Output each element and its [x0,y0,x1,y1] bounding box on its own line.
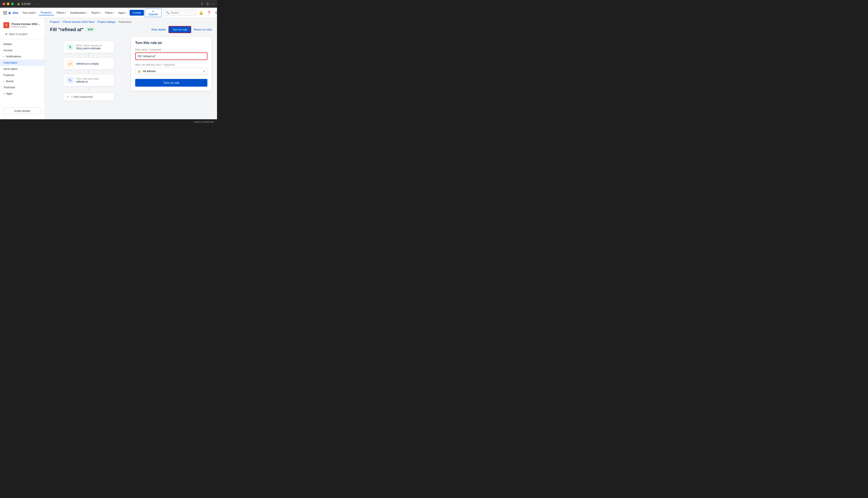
main-layout: iT iThome Ironman 2024 ... Software proj… [0,18,217,119]
lock-icon: 🔒 [138,70,141,73]
fullscreen-button[interactable] [11,2,14,5]
footer-text: Yuehu Lin (fntsr.tw) [193,120,214,123]
node1-value: Story point estimate [76,47,111,50]
content-area: Projects / iThome Ironman 2024 Team / Pr… [45,18,217,119]
notifications-icon[interactable]: 🔔 [198,10,204,16]
jira-brand-name: Jira [12,11,18,14]
node3-label: Then: Edit issue fields [76,77,111,80]
sidebar-item-issue-types[interactable]: Issue types [0,66,44,72]
filters-chevron: ▾ [65,12,66,14]
plans-menu[interactable]: Plans ▾ [104,10,116,15]
add-tab-icon[interactable]: ➕ [206,2,209,5]
who-edit-field-group: Who can edit this rule? * (required) 🔒 A… [135,63,207,75]
sidebar-item-automation[interactable]: Automation [0,60,44,66]
apps-menu[interactable]: Apps ▾ [116,10,128,15]
filters-menu[interactable]: Filters ▾ [55,10,67,15]
turn-on-rule-panel: Turn this rule on Rule name * (required)… [131,37,212,91]
grid-icon[interactable] [3,11,7,14]
who-edit-label: Who can edit this rule? * (required) [135,63,207,66]
top-navigation: ◈ Jira Your work ▾ Projects ▾ Filters ▾ … [0,8,217,18]
return-to-rules-link[interactable]: Return to rules [194,28,212,31]
add-component-icon: ＋ [67,95,69,99]
projects-menu[interactable]: Projects ▾ [39,10,54,15]
project-name: iThome Ironman 2024 ... [11,23,40,26]
condition-icon: ⇄ [67,60,74,67]
project-icon: iT [3,22,9,28]
breadcrumb: Projects / iThome Ironman 2024 Team / Pr… [45,18,217,25]
teams-menu[interactable]: Teams ▾ [89,10,103,15]
select-chevron-icon: ▾ [204,70,205,73]
breadcrumb-automation: Automation [118,21,131,24]
page-header: Fill "refined at" NEW Rule details Turn … [45,25,217,37]
settings-icon[interactable]: ⚙ [214,10,217,16]
node1-label: When: Value changes for [76,44,111,47]
forward-nav-button[interactable]: › [38,2,41,6]
share-icon[interactable]: ⬆ [201,2,203,5]
close-button[interactable] [2,2,5,5]
rule-name-field-group: Rule name * (required) [135,48,207,60]
project-type: Software project [11,26,40,28]
who-edit-select[interactable]: 🔒 All admins ▾ [135,68,207,75]
node2-text: refined at is empty [76,62,111,65]
back-icon: ⊕ [5,32,8,36]
node1-text: When: Value changes for Story point esti… [76,44,111,50]
back-to-project-button[interactable]: ⊕ Back to project [2,31,43,37]
trigger-icon: ⇅ [67,43,74,50]
connector1 [88,53,89,57]
sidebar-item-access[interactable]: Access [0,47,44,53]
dashboards-menu[interactable]: Dashboards ▾ [68,10,88,15]
rule-details-link[interactable]: Rule details [151,28,166,31]
rule-name-label: Rule name * (required) [135,48,207,51]
add-component-button[interactable]: ＋ + Add component [63,92,114,101]
workflow-node-action[interactable]: ✎ Then: Edit issue fields refined at [63,74,114,87]
new-badge: NEW [86,28,95,31]
sidebar-item-features[interactable]: Features [0,72,44,78]
panel-title: Turn this rule on [135,41,207,45]
workflow-node-condition[interactable]: ⇄ refined at is empty [63,57,114,70]
projects-chevron: ▾ [51,12,52,14]
search-input[interactable]: 🔍 Search [164,10,196,16]
help-icon[interactable]: ❓ [206,10,212,16]
connector3 [88,87,89,91]
page-title: Fill "refined at" [50,27,84,32]
topnav-right: ✦ Upgrade 🔍 Search 🔔 ❓ ⚙ YL [145,9,217,17]
sidebar-item-toolchain[interactable]: Toolchain [0,84,44,91]
turn-on-rule-submit-button[interactable]: Turn on rule [135,79,207,87]
minimize-button[interactable] [7,2,9,5]
workflow-canvas: ⇅ When: Value changes for Story point es… [50,37,127,114]
action-icon: ✎ [67,77,74,84]
search-icon: 🔍 [166,11,169,14]
window-title: 🔒 私密測覽 [17,2,31,5]
dashboards-chevron: ▾ [86,12,87,14]
sidebar-item-details[interactable]: Details [0,41,44,47]
connector2 [88,70,89,74]
back-nav-button[interactable]: ‹ [34,2,37,6]
apps-expand-icon: › [3,92,4,95]
turn-on-rule-button[interactable]: Turn on rule [168,26,191,33]
sidebar-item-notifications[interactable]: › Notifications [0,53,44,60]
upgrade-button[interactable]: ✦ Upgrade [145,9,162,17]
board-expand-icon: › [3,80,4,83]
breadcrumb-projects[interactable]: Projects [50,21,59,24]
sidebar: iT iThome Ironman 2024 ... Software proj… [0,18,45,119]
teams-chevron: ▾ [100,12,101,14]
your-work-menu[interactable]: Your work ▾ [21,10,38,15]
workflow-node-trigger[interactable]: ⇅ When: Value changes for Story point es… [63,41,114,53]
rule-name-input[interactable] [135,52,207,60]
titlebar-right-icons: ⬆ ➕ ▱ [201,2,215,5]
node2-value: refined at is empty [76,62,111,65]
sidebar-divider [0,39,44,39]
apps-chevron: ▾ [125,12,126,14]
create-button[interactable]: Create [130,10,144,16]
who-edit-value: All admins [143,69,156,73]
sidebar-item-board[interactable]: › Board [0,78,44,84]
sidebar-toggle-icon[interactable]: ▱ [212,2,215,5]
app-logo: ◈ Jira [3,11,18,15]
breadcrumb-project-name[interactable]: iThome Ironman 2024 Team [63,21,94,24]
app-window: 🔒 私密測覽 ‹ › ⬆ ➕ ▱ ◈ Jira Your work ▾ [0,0,217,124]
invite-people-button[interactable]: Invite people [3,107,41,114]
sidebar-project-header: iT iThome Ironman 2024 ... Software proj… [0,21,44,31]
sidebar-item-apps[interactable]: › Apps [0,91,44,97]
titlebar: 🔒 私密測覽 ‹ › ⬆ ➕ ▱ [0,0,217,8]
breadcrumb-project-settings[interactable]: Project settings [98,21,115,24]
